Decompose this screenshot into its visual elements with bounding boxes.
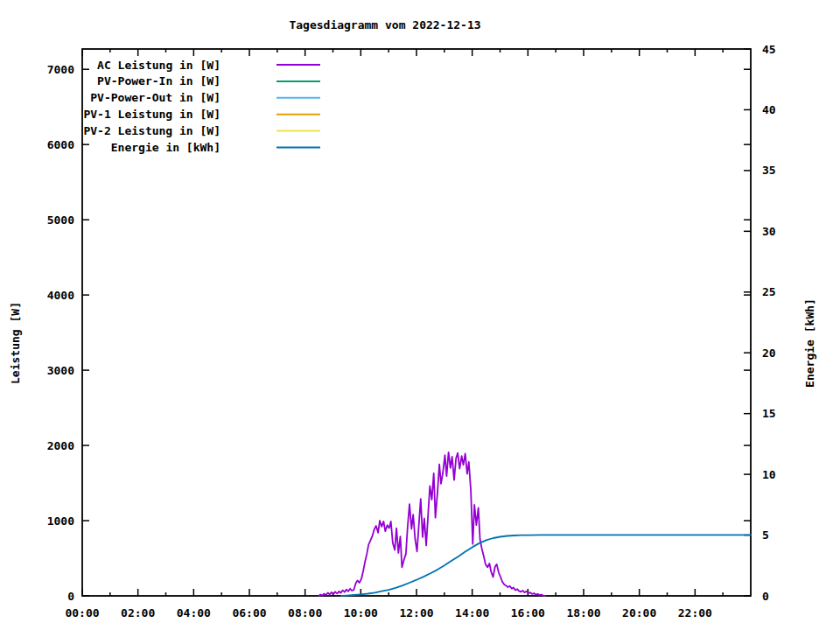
y2-tick-label: 40	[762, 103, 776, 116]
x-tick-label: 22:00	[678, 606, 712, 620]
y1-tick-label: 5000	[47, 214, 74, 227]
y1-tick-label: 2000	[47, 439, 74, 452]
x-tick-label: 18:00	[566, 606, 600, 620]
x-tick-label: 04:00	[177, 606, 211, 620]
plot-canvas: 00:0002:0004:0006:0008:0010:0012:0014:00…	[0, 0, 840, 630]
y2-tick-label: 35	[762, 164, 776, 177]
x-tick-label: 10:00	[344, 606, 378, 620]
y2-tick-label: 10	[762, 468, 776, 481]
legend-label-pv1: PV-1 Leistung in [W]	[83, 108, 220, 121]
x-tick-label: 02:00	[121, 606, 155, 620]
x-tick-label: 14:00	[455, 606, 489, 620]
y2-tick-label: 15	[762, 407, 776, 420]
x-tick-label: 06:00	[232, 606, 266, 620]
legend-label-pv_out: PV-Power-Out in [W]	[90, 91, 220, 104]
series-line-ac	[319, 452, 545, 596]
y1-tick-label: 0	[67, 590, 74, 603]
x-tick-label: 12:00	[399, 606, 433, 620]
y2-tick-label: 30	[762, 225, 776, 238]
y2-tick-label: 20	[762, 346, 776, 360]
x-tick-label: 20:00	[622, 606, 656, 620]
y1-tick-label: 4000	[47, 289, 74, 302]
y2-tick-label: 45	[762, 43, 776, 56]
y1-tick-label: 1000	[47, 514, 74, 528]
x-tick-label: 08:00	[288, 606, 322, 620]
y2-tick-label: 25	[762, 285, 776, 298]
x-tick-label: 00:00	[65, 606, 99, 620]
y2-tick-label: 0	[762, 590, 769, 603]
legend-label-pv_in: PV-Power-In in [W]	[97, 74, 220, 88]
y1-tick-label: 7000	[47, 63, 74, 76]
y2-tick-label: 5	[762, 528, 769, 542]
legend-label-energie: Energie in [kWh]	[111, 141, 220, 154]
y1-tick-label: 6000	[47, 138, 74, 151]
x-tick-label: 16:00	[511, 606, 545, 620]
legend-label-pv2: PV-2 Leistung in [W]	[83, 124, 220, 137]
gnuplot-daily-chart: Tagesdiagramm vom 2022-12-13 Leistung [W…	[0, 0, 840, 630]
y1-tick-label: 3000	[47, 364, 74, 377]
legend-label-ac: AC Leistung in [W]	[97, 59, 220, 72]
